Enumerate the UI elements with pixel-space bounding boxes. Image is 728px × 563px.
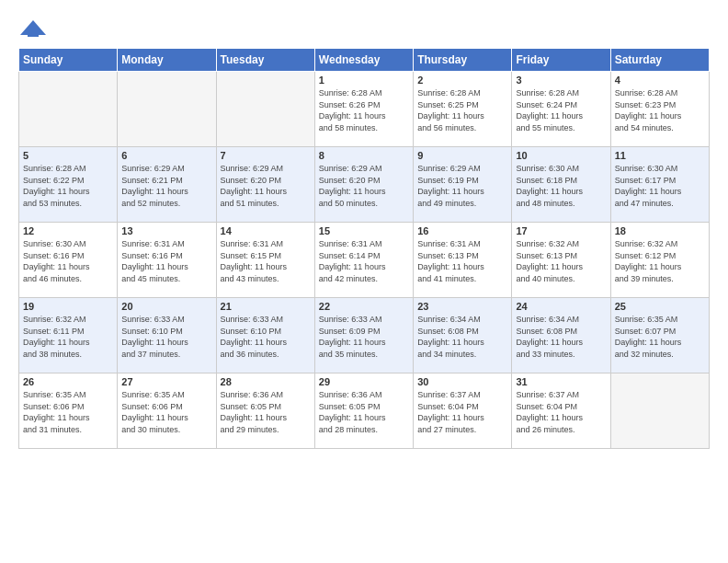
day-number: 17 bbox=[516, 225, 606, 236]
weekday-header-monday: Monday bbox=[118, 49, 216, 72]
day-number: 11 bbox=[615, 150, 705, 161]
day-info: Sunrise: 6:29 AM Sunset: 6:20 PM Dayligh… bbox=[221, 163, 311, 209]
day-number: 8 bbox=[319, 150, 409, 161]
day-number: 27 bbox=[121, 376, 211, 387]
day-number: 21 bbox=[221, 301, 311, 312]
calendar-day-13: 13Sunrise: 6:31 AM Sunset: 6:16 PM Dayli… bbox=[118, 223, 216, 298]
day-number: 23 bbox=[417, 301, 507, 312]
day-number: 28 bbox=[221, 376, 311, 387]
day-number: 24 bbox=[516, 301, 606, 312]
header bbox=[18, 18, 710, 40]
day-number: 13 bbox=[121, 225, 211, 236]
day-number: 16 bbox=[417, 225, 507, 236]
day-info: Sunrise: 6:34 AM Sunset: 6:08 PM Dayligh… bbox=[417, 314, 507, 360]
day-info: Sunrise: 6:35 AM Sunset: 6:06 PM Dayligh… bbox=[121, 389, 211, 435]
day-info: Sunrise: 6:36 AM Sunset: 6:05 PM Dayligh… bbox=[319, 389, 409, 435]
day-number: 19 bbox=[23, 301, 113, 312]
day-info: Sunrise: 6:35 AM Sunset: 6:07 PM Dayligh… bbox=[615, 314, 705, 360]
calendar-day-29: 29Sunrise: 6:36 AM Sunset: 6:05 PM Dayli… bbox=[314, 373, 413, 449]
calendar-day-16: 16Sunrise: 6:31 AM Sunset: 6:13 PM Dayli… bbox=[414, 223, 512, 298]
day-info: Sunrise: 6:28 AM Sunset: 6:23 PM Dayligh… bbox=[615, 87, 705, 133]
day-info: Sunrise: 6:37 AM Sunset: 6:04 PM Dayligh… bbox=[516, 389, 606, 435]
calendar-day-18: 18Sunrise: 6:32 AM Sunset: 6:12 PM Dayli… bbox=[610, 223, 709, 298]
day-number: 7 bbox=[221, 150, 311, 161]
calendar-day-2: 2Sunrise: 6:28 AM Sunset: 6:25 PM Daylig… bbox=[414, 72, 512, 147]
calendar-day-17: 17Sunrise: 6:32 AM Sunset: 6:13 PM Dayli… bbox=[512, 223, 610, 298]
calendar-week-row: 26Sunrise: 6:35 AM Sunset: 6:06 PM Dayli… bbox=[19, 373, 710, 449]
calendar-day-23: 23Sunrise: 6:34 AM Sunset: 6:08 PM Dayli… bbox=[414, 298, 512, 373]
day-info: Sunrise: 6:31 AM Sunset: 6:16 PM Dayligh… bbox=[121, 238, 211, 284]
calendar-day-28: 28Sunrise: 6:36 AM Sunset: 6:05 PM Dayli… bbox=[216, 373, 314, 449]
calendar-week-row: 1Sunrise: 6:28 AM Sunset: 6:26 PM Daylig… bbox=[19, 72, 710, 147]
day-info: Sunrise: 6:32 AM Sunset: 6:12 PM Dayligh… bbox=[615, 238, 705, 284]
day-number: 2 bbox=[417, 75, 507, 86]
weekday-header-row: SundayMondayTuesdayWednesdayThursdayFrid… bbox=[19, 49, 710, 72]
day-info: Sunrise: 6:31 AM Sunset: 6:13 PM Dayligh… bbox=[417, 238, 507, 284]
calendar-day-3: 3Sunrise: 6:28 AM Sunset: 6:24 PM Daylig… bbox=[512, 72, 610, 147]
calendar-day-4: 4Sunrise: 6:28 AM Sunset: 6:23 PM Daylig… bbox=[610, 72, 709, 147]
calendar-day-26: 26Sunrise: 6:35 AM Sunset: 6:06 PM Dayli… bbox=[19, 373, 118, 449]
calendar-day-27: 27Sunrise: 6:35 AM Sunset: 6:06 PM Dayli… bbox=[118, 373, 216, 449]
calendar-day-1: 1Sunrise: 6:28 AM Sunset: 6:26 PM Daylig… bbox=[314, 72, 413, 147]
calendar-day-7: 7Sunrise: 6:29 AM Sunset: 6:20 PM Daylig… bbox=[216, 147, 314, 223]
calendar-day-11: 11Sunrise: 6:30 AM Sunset: 6:17 PM Dayli… bbox=[610, 147, 709, 223]
day-number: 22 bbox=[319, 301, 409, 312]
calendar-day-19: 19Sunrise: 6:32 AM Sunset: 6:11 PM Dayli… bbox=[19, 298, 118, 373]
day-info: Sunrise: 6:30 AM Sunset: 6:16 PM Dayligh… bbox=[23, 238, 113, 284]
weekday-header-friday: Friday bbox=[512, 49, 610, 72]
day-number: 12 bbox=[23, 225, 113, 236]
day-number: 25 bbox=[615, 301, 705, 312]
calendar-day-15: 15Sunrise: 6:31 AM Sunset: 6:14 PM Dayli… bbox=[314, 223, 413, 298]
calendar-day-8: 8Sunrise: 6:29 AM Sunset: 6:20 PM Daylig… bbox=[314, 147, 413, 223]
calendar-day-22: 22Sunrise: 6:33 AM Sunset: 6:09 PM Dayli… bbox=[314, 298, 413, 373]
day-info: Sunrise: 6:35 AM Sunset: 6:06 PM Dayligh… bbox=[23, 389, 113, 435]
day-info: Sunrise: 6:28 AM Sunset: 6:25 PM Dayligh… bbox=[417, 87, 507, 133]
day-info: Sunrise: 6:28 AM Sunset: 6:26 PM Dayligh… bbox=[319, 87, 409, 133]
day-info: Sunrise: 6:32 AM Sunset: 6:13 PM Dayligh… bbox=[516, 238, 606, 284]
day-info: Sunrise: 6:37 AM Sunset: 6:04 PM Dayligh… bbox=[417, 389, 507, 435]
calendar-day-9: 9Sunrise: 6:29 AM Sunset: 6:19 PM Daylig… bbox=[414, 147, 512, 223]
weekday-header-sunday: Sunday bbox=[19, 49, 118, 72]
calendar-day-12: 12Sunrise: 6:30 AM Sunset: 6:16 PM Dayli… bbox=[19, 223, 118, 298]
day-info: Sunrise: 6:36 AM Sunset: 6:05 PM Dayligh… bbox=[221, 389, 311, 435]
calendar-empty bbox=[118, 72, 216, 147]
day-number: 4 bbox=[615, 75, 705, 86]
day-number: 30 bbox=[417, 376, 507, 387]
day-number: 26 bbox=[23, 376, 113, 387]
day-number: 18 bbox=[615, 225, 705, 236]
calendar-day-10: 10Sunrise: 6:30 AM Sunset: 6:18 PM Dayli… bbox=[512, 147, 610, 223]
day-info: Sunrise: 6:29 AM Sunset: 6:20 PM Dayligh… bbox=[319, 163, 409, 209]
weekday-header-thursday: Thursday bbox=[414, 49, 512, 72]
weekday-header-wednesday: Wednesday bbox=[314, 49, 413, 72]
day-number: 31 bbox=[516, 376, 606, 387]
calendar-day-6: 6Sunrise: 6:29 AM Sunset: 6:21 PM Daylig… bbox=[118, 147, 216, 223]
calendar-day-20: 20Sunrise: 6:33 AM Sunset: 6:10 PM Dayli… bbox=[118, 298, 216, 373]
logo bbox=[18, 18, 50, 40]
day-number: 5 bbox=[23, 150, 113, 161]
day-info: Sunrise: 6:33 AM Sunset: 6:09 PM Dayligh… bbox=[319, 314, 409, 360]
day-info: Sunrise: 6:34 AM Sunset: 6:08 PM Dayligh… bbox=[516, 314, 606, 360]
calendar-week-row: 12Sunrise: 6:30 AM Sunset: 6:16 PM Dayli… bbox=[19, 223, 710, 298]
day-info: Sunrise: 6:30 AM Sunset: 6:18 PM Dayligh… bbox=[516, 163, 606, 209]
calendar-empty bbox=[19, 72, 118, 147]
day-number: 10 bbox=[516, 150, 606, 161]
day-number: 14 bbox=[221, 225, 311, 236]
svg-rect-1 bbox=[28, 31, 39, 37]
day-number: 1 bbox=[319, 75, 409, 86]
day-info: Sunrise: 6:30 AM Sunset: 6:17 PM Dayligh… bbox=[615, 163, 705, 209]
day-info: Sunrise: 6:29 AM Sunset: 6:19 PM Dayligh… bbox=[417, 163, 507, 209]
day-info: Sunrise: 6:33 AM Sunset: 6:10 PM Dayligh… bbox=[221, 314, 311, 360]
weekday-header-saturday: Saturday bbox=[610, 49, 709, 72]
day-number: 15 bbox=[319, 225, 409, 236]
day-info: Sunrise: 6:29 AM Sunset: 6:21 PM Dayligh… bbox=[121, 163, 211, 209]
calendar-day-5: 5Sunrise: 6:28 AM Sunset: 6:22 PM Daylig… bbox=[19, 147, 118, 223]
day-number: 9 bbox=[417, 150, 507, 161]
day-info: Sunrise: 6:28 AM Sunset: 6:24 PM Dayligh… bbox=[516, 87, 606, 133]
calendar: SundayMondayTuesdayWednesdayThursdayFrid… bbox=[18, 48, 710, 449]
calendar-week-row: 19Sunrise: 6:32 AM Sunset: 6:11 PM Dayli… bbox=[19, 298, 710, 373]
day-number: 6 bbox=[121, 150, 211, 161]
day-info: Sunrise: 6:32 AM Sunset: 6:11 PM Dayligh… bbox=[23, 314, 113, 360]
calendar-day-31: 31Sunrise: 6:37 AM Sunset: 6:04 PM Dayli… bbox=[512, 373, 610, 449]
calendar-empty bbox=[610, 373, 709, 449]
day-info: Sunrise: 6:31 AM Sunset: 6:14 PM Dayligh… bbox=[319, 238, 409, 284]
